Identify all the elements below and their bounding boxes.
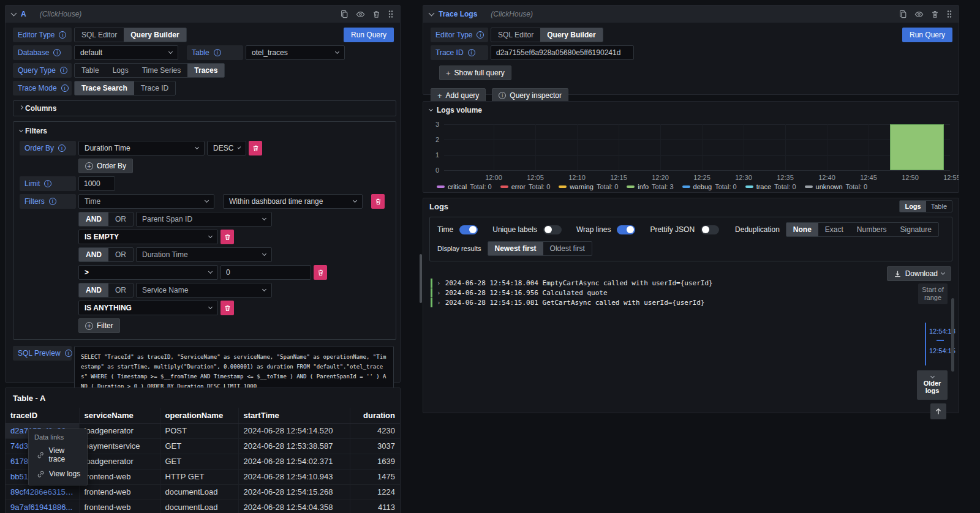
editor-type-sql-editor[interactable]: SQL Editor [75,28,124,42]
editor-type-query-builder[interactable]: Query Builder [540,28,602,42]
info-icon[interactable] [477,31,484,39]
collapse-chevron-icon[interactable] [11,10,17,17]
query-type-table[interactable]: Table [75,64,106,77]
filter-operator-select[interactable]: Within dashboard time range [223,194,363,209]
condition-operator-select[interactable]: IS ANYTHING [78,301,218,315]
editor-type-query-builder[interactable]: Query Builder [124,28,186,42]
hide-response-eye-icon[interactable] [914,10,924,19]
condition-field-select[interactable]: Parent Span ID [136,212,272,227]
trace-mode-trace-id[interactable]: Trace ID [134,81,176,95]
remove-condition-button[interactable] [221,301,234,315]
view-table-option[interactable]: Table [926,201,952,212]
bool-or[interactable]: OR [108,283,133,297]
hide-response-eye-icon[interactable] [356,10,365,19]
col-starttime[interactable]: startTime [238,408,350,423]
run-query-button[interactable]: Run Query [344,28,394,42]
editor-type-sql-editor[interactable]: SQL Editor [491,28,540,42]
info-icon[interactable] [59,31,66,39]
info-icon[interactable] [214,49,221,56]
query-type-logs[interactable]: Logs [106,64,135,77]
col-traceid[interactable]: traceID [6,408,79,423]
wrap-lines-toggle[interactable] [617,225,635,234]
view-trace-menu-item[interactable]: View trace [29,443,87,466]
older-logs-button[interactable]: Older logs [917,370,948,400]
legend-item-unknown[interactable]: unknownTotal: 0 [805,183,868,190]
columns-section-toggle[interactable]: Columns [13,100,396,116]
duplicate-icon[interactable] [899,10,907,18]
info-icon[interactable] [44,180,51,187]
oldest-first-option[interactable]: Oldest first [543,242,592,255]
trace-mode-trace-search[interactable]: Trace Search [75,81,134,95]
dedup-signature[interactable]: Signature [894,223,938,236]
remove-order-by-button[interactable] [249,141,262,155]
prettify-json-toggle[interactable] [701,225,719,234]
dedup-numbers[interactable]: Numbers [850,223,894,236]
bool-or[interactable]: OR [108,248,133,261]
condition-field-select[interactable]: Service Name [136,283,272,298]
time-toggle[interactable] [459,225,478,234]
delete-query-trash-icon[interactable] [931,10,939,18]
database-select[interactable]: default [74,45,178,60]
scroll-to-top-button[interactable] [930,403,946,419]
legend-item-error[interactable]: errorTotal: 0 [500,183,551,190]
col-operationname[interactable]: operationName [160,408,238,423]
show-full-query-button[interactable]: Show full query [439,66,511,80]
condition-value-input[interactable] [221,265,311,280]
log-line[interactable]: 2024-06-28 12:54:18.004 EmptyCartAsync c… [431,279,897,288]
add-filter-button[interactable]: Filter [78,318,120,333]
dedup-exact[interactable]: Exact [818,223,850,236]
drag-handle-icon[interactable] [946,10,952,18]
add-order-by-button[interactable]: Order By [78,159,133,173]
order-by-field-select[interactable]: Duration Time [78,141,205,155]
info-icon[interactable] [65,350,72,357]
filters-section-toggle[interactable]: Filters [20,127,390,135]
legend-item-debug[interactable]: debugTotal: 0 [682,183,737,190]
newest-first-option[interactable]: Newest first [488,242,543,255]
bool-and[interactable]: AND [79,212,108,226]
condition-operator-select[interactable]: IS EMPTY [78,230,218,244]
table-select[interactable]: otel_traces [246,45,345,60]
trace-id-link[interactable]: 9a7af61941886... [6,500,79,513]
run-query-button[interactable]: Run Query [902,28,952,42]
legend-item-trace[interactable]: traceTotal: 0 [745,183,796,190]
order-by-direction-select[interactable]: DESC [207,141,246,155]
remove-condition-button[interactable] [221,230,234,244]
query-type-time-series[interactable]: Time Series [135,64,188,77]
logs-scrollbar[interactable] [951,298,954,372]
condition-field-select[interactable]: Duration Time [136,247,272,262]
remove-filter-button[interactable] [371,194,385,209]
condition-operator-select[interactable]: > [78,265,218,280]
info-icon[interactable] [60,67,67,74]
log-line[interactable]: 2024-06-28 12:54:15.081 GetCartAsync cal… [431,298,897,307]
bool-and[interactable]: AND [79,283,108,297]
info-icon[interactable] [49,198,56,205]
unique-labels-toggle[interactable] [543,225,562,234]
remove-condition-button[interactable] [314,265,327,280]
info-icon[interactable] [58,144,66,152]
filter-field-select[interactable]: Time [78,194,214,209]
logs-volume-header[interactable]: Logs volume [423,102,959,116]
trace-id-input[interactable] [491,45,634,60]
duplicate-icon[interactable] [340,10,349,18]
bool-or[interactable]: OR [108,212,133,226]
log-line[interactable]: 2024-06-28 12:54:16.956 Calculated quote [431,288,897,298]
page-scrollbar[interactable] [420,254,422,303]
drag-handle-icon[interactable] [388,10,394,18]
legend-item-warning[interactable]: warningTotal: 0 [559,183,618,190]
bool-and[interactable]: AND [79,248,108,261]
view-logs-option[interactable]: Logs [900,201,925,212]
limit-input[interactable] [78,176,115,191]
info-icon[interactable] [53,49,61,56]
legend-item-info[interactable]: infoTotal: 3 [627,183,673,190]
view-logs-menu-item[interactable]: View logs [29,466,87,481]
col-servicename[interactable]: serviceName [79,408,160,423]
query-type-traces[interactable]: Traces [187,64,224,77]
info-icon[interactable] [468,49,475,56]
info-icon[interactable] [61,84,69,92]
collapse-chevron-icon[interactable] [429,10,435,17]
delete-query-trash-icon[interactable] [372,10,380,18]
col-duration[interactable]: duration [350,408,400,423]
dedup-none[interactable]: None [786,223,818,236]
legend-item-critical[interactable]: criticalTotal: 0 [437,183,492,190]
trace-id-link[interactable]: 89cf4286e631591b4... [6,484,79,500]
